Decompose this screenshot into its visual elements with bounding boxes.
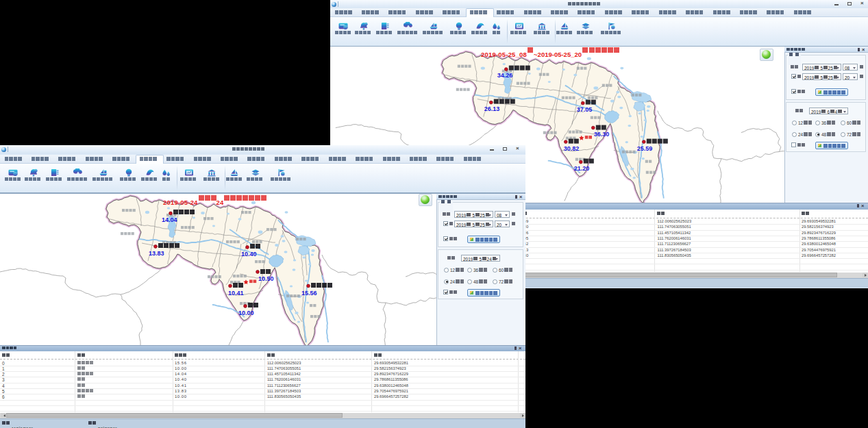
svg-text:21.20: 21.20 [574, 165, 590, 172]
svg-text:36.30: 36.30 [594, 131, 610, 138]
svg-text:34.26: 34.26 [497, 72, 513, 79]
svg-text:15.56: 15.56 [301, 290, 317, 297]
svg-text:26.13: 26.13 [484, 105, 500, 112]
svg-text:25.59: 25.59 [637, 145, 653, 152]
svg-text:10.50: 10.50 [258, 275, 274, 282]
svg-text:30.82: 30.82 [564, 145, 580, 152]
svg-text:10.00: 10.00 [238, 310, 254, 316]
svg-text:37.05: 37.05 [577, 106, 593, 113]
svg-text:14.04: 14.04 [162, 216, 177, 223]
svg-text:10.40: 10.40 [241, 251, 257, 257]
svg-text:13.83: 13.83 [149, 250, 164, 257]
svg-text:10.41: 10.41 [228, 290, 244, 297]
